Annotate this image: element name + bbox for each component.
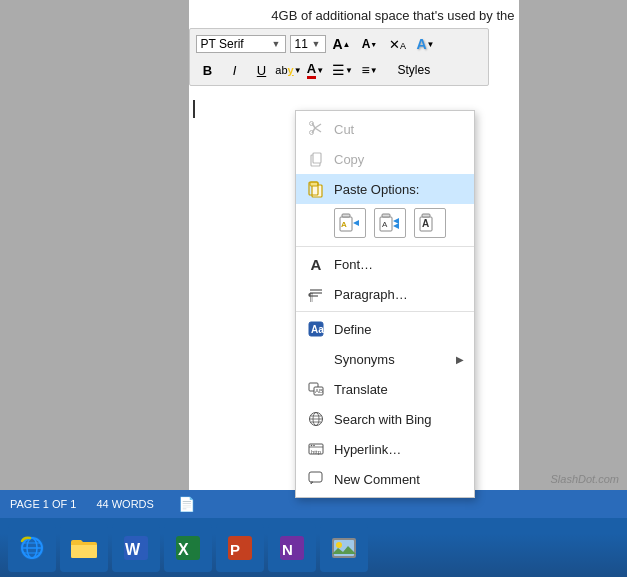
menu-item-hyperlink[interactable]: http Hyperlink… <box>296 434 474 464</box>
font-name: PT Serif <box>201 37 244 51</box>
page-indicator: PAGE 1 OF 1 <box>10 498 76 510</box>
paste-keep-text-button[interactable]: A <box>414 208 446 238</box>
paste-options-icons-row: A A A <box>296 204 474 244</box>
paste-keep-source-button[interactable]: A <box>334 208 366 238</box>
highlight-icon: aby <box>275 64 293 76</box>
separator-2 <box>296 311 474 312</box>
taskbar-icon-photos[interactable] <box>320 524 368 572</box>
watermark: SlashDot.com <box>551 473 619 485</box>
ribbon-toolbar: PT Serif ▼ 11 ▼ A▲ A▼ ✕A A▼ <box>189 28 489 86</box>
bold-label: B <box>203 63 212 78</box>
svg-text:N: N <box>282 541 293 558</box>
svg-point-32 <box>311 445 313 447</box>
cut-label: Cut <box>334 122 464 137</box>
svg-text:A: A <box>382 220 388 229</box>
font-shrink-icon: A <box>362 37 371 51</box>
font-dropdown-arrow: ▼ <box>272 39 281 49</box>
svg-text:A: A <box>341 220 347 229</box>
bullets-button[interactable]: ☰▼ <box>331 59 355 81</box>
review-icon[interactable]: 📄 <box>178 496 195 512</box>
paste-merge-format-button[interactable]: A <box>374 208 406 238</box>
translate-icon: AB <box>306 379 326 399</box>
paragraph-icon: ¶ <box>306 284 326 304</box>
clear-format-icon: ✕A <box>389 37 406 52</box>
menu-item-paragraph[interactable]: ¶ Paragraph… <box>296 279 474 309</box>
paragraph-label: Paragraph… <box>334 287 464 302</box>
document-text: 4GB of additional space that's used by t… <box>271 8 518 23</box>
font-size: 11 <box>295 37 308 51</box>
styles-button[interactable]: Styles <box>391 59 438 81</box>
synonyms-icon <box>306 349 326 369</box>
svg-point-52 <box>336 542 342 548</box>
text-effects-icon: A <box>416 36 426 52</box>
menu-item-synonyms[interactable]: Synonyms ▶ <box>296 344 474 374</box>
svg-text:http: http <box>311 449 322 455</box>
svg-text:AB: AB <box>315 388 323 394</box>
menu-item-font[interactable]: A Font… <box>296 249 474 279</box>
clear-format-button[interactable]: ✕A <box>386 33 410 55</box>
font-select[interactable]: PT Serif ▼ <box>196 35 286 53</box>
svg-rect-14 <box>422 214 430 217</box>
taskbar-icon-onenote[interactable]: N <box>268 524 316 572</box>
translate-label: Translate <box>334 382 464 397</box>
define-icon: Aa <box>306 319 326 339</box>
underline-label: U <box>257 63 266 78</box>
menu-item-translate[interactable]: AB Translate <box>296 374 474 404</box>
menu-item-paste-options[interactable]: Paste Options: <box>296 174 474 204</box>
svg-rect-35 <box>309 472 322 482</box>
separator-1 <box>296 246 474 247</box>
taskbar-icon-excel[interactable]: X <box>164 524 212 572</box>
underline-button[interactable]: U <box>250 59 274 81</box>
taskbar-icon-powerpoint[interactable]: P <box>216 524 264 572</box>
font-color-icon: A <box>307 61 316 79</box>
comment-icon <box>306 469 326 489</box>
font-shrink-button[interactable]: A▼ <box>358 33 382 55</box>
svg-text:A: A <box>422 218 429 229</box>
paste-options-label: Paste Options: <box>334 182 464 197</box>
numbering-icon: ≡ <box>361 62 369 78</box>
taskbar-icon-folder[interactable] <box>60 524 108 572</box>
bing-icon <box>306 409 326 429</box>
menu-item-cut[interactable]: Cut <box>296 114 474 144</box>
hyperlink-icon: http <box>306 439 326 459</box>
taskbar-icon-ie[interactable] <box>8 524 56 572</box>
svg-text:X: X <box>178 541 189 558</box>
define-label: Define <box>334 322 464 337</box>
bold-button[interactable]: B <box>196 59 220 81</box>
taskbar: PAGE 1 OF 1 44 WORDS 📄 <box>0 490 627 577</box>
word-count: 44 WORDS <box>96 498 153 510</box>
copy-icon <box>306 149 326 169</box>
svg-point-33 <box>313 445 315 447</box>
menu-item-define[interactable]: Aa Define <box>296 314 474 344</box>
copy-label: Copy <box>334 152 464 167</box>
menu-item-search-bing[interactable]: Search with Bing <box>296 404 474 434</box>
cut-icon <box>306 119 326 139</box>
italic-button[interactable]: I <box>223 59 247 81</box>
ribbon-row-format: B I U aby▼ A▼ ☰▼ ≡▼ <box>196 59 482 81</box>
font-color-button[interactable]: A▼ <box>304 59 328 81</box>
size-dropdown-arrow: ▼ <box>312 39 321 49</box>
taskbar-icons-row: W X P N <box>0 518 627 577</box>
hyperlink-label: Hyperlink… <box>334 442 464 457</box>
menu-item-new-comment[interactable]: New Comment <box>296 464 474 494</box>
cursor <box>193 100 195 118</box>
svg-rect-11 <box>382 214 390 217</box>
font-grow-button[interactable]: A▲ <box>330 33 354 55</box>
paste-icon <box>306 179 326 199</box>
synonyms-label: Synonyms <box>334 352 448 367</box>
italic-label: I <box>233 63 237 78</box>
highlight-button[interactable]: aby▼ <box>277 59 301 81</box>
menu-item-copy[interactable]: Copy <box>296 144 474 174</box>
font-menu-icon: A <box>306 254 326 274</box>
numbering-button[interactable]: ≡▼ <box>358 59 382 81</box>
taskbar-icon-word[interactable]: W <box>112 524 160 572</box>
svg-text:W: W <box>125 541 141 558</box>
font-grow-icon: A <box>332 36 342 52</box>
text-effects-button[interactable]: A▼ <box>414 33 438 55</box>
svg-rect-5 <box>310 182 318 186</box>
svg-text:¶: ¶ <box>308 292 313 302</box>
ribbon-row-font: PT Serif ▼ 11 ▼ A▲ A▼ ✕A A▼ <box>196 33 482 55</box>
svg-rect-3 <box>313 153 321 163</box>
svg-text:P: P <box>230 541 240 558</box>
font-size-select[interactable]: 11 ▼ <box>290 35 326 53</box>
